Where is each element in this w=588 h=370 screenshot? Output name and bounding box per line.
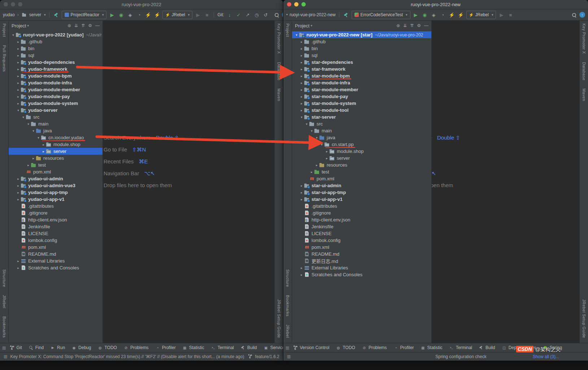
tree-row[interactable]: module.shop xyxy=(292,148,431,155)
zoom-icon[interactable] xyxy=(301,2,306,6)
chevron-icon[interactable] xyxy=(21,115,26,119)
tree-row[interactable]: star-framework xyxy=(292,66,431,72)
tree-row[interactable]: star-module-pay xyxy=(292,93,431,100)
chevron-icon[interactable] xyxy=(299,109,304,112)
tree-row[interactable]: star-module-member xyxy=(292,86,431,93)
chevron-icon[interactable] xyxy=(299,67,304,71)
tree-row[interactable]: src xyxy=(9,114,103,120)
git-commit-icon[interactable]: ✓ xyxy=(235,11,242,18)
bottom-tab[interactable]: Services xyxy=(261,344,283,351)
tool-window-button[interactable]: Key Promoter X xyxy=(582,23,586,54)
update-notification-icon[interactable]: ↑ xyxy=(282,12,283,18)
bottom-tab[interactable]: Run xyxy=(47,344,68,351)
tree-row[interactable]: yudao-module-pay xyxy=(9,93,103,100)
debug-button[interactable]: ◉ xyxy=(421,11,428,18)
run-config-select[interactable]: ErrorCodeServiceTest ▾ xyxy=(352,11,410,19)
locate-icon[interactable]: ⊕ xyxy=(396,23,400,28)
stop-icon[interactable]: ■ xyxy=(507,11,514,18)
rerun-icon[interactable]: ▶ xyxy=(194,11,201,18)
status-message[interactable]: Spring configuration check xyxy=(435,354,486,359)
tree-row[interactable]: java xyxy=(292,134,431,141)
tree-row[interactable]: ruoyi-vue-pro-2022-new [star] ~/Java/ruo… xyxy=(292,31,431,38)
tree-row[interactable]: .github xyxy=(9,38,103,45)
tree-row[interactable]: External Libraries xyxy=(9,257,103,264)
git-branch-name[interactable]: feature/1.6.2 xyxy=(255,354,279,359)
chevron-icon[interactable] xyxy=(11,33,16,37)
jrebel-select[interactable]: ⚡ JRebel ▾ xyxy=(466,11,496,19)
bottom-tab[interactable]: Version Control xyxy=(290,344,332,351)
chevron-icon[interactable] xyxy=(299,115,304,119)
debug-button[interactable]: ◉ xyxy=(117,11,125,18)
run-button[interactable]: ▶ xyxy=(108,11,116,18)
bottom-tab[interactable]: Debug xyxy=(69,344,94,351)
tool-windows-icon[interactable]: ▥ xyxy=(4,354,7,359)
expand-all-icon[interactable]: ⇊ xyxy=(74,23,78,28)
titlebar[interactable]: ruoyi-vue-pro-2022-new xyxy=(283,0,588,9)
project-panel-title[interactable]: Project xyxy=(295,23,309,28)
project-panel-title[interactable]: Project xyxy=(12,23,26,28)
chevron-icon[interactable] xyxy=(16,198,21,201)
tree-row[interactable]: star-dependencies xyxy=(292,59,431,66)
chevron-icon[interactable] xyxy=(16,74,21,78)
tree-row[interactable]: .gitattributes xyxy=(9,203,103,210)
chevron-icon[interactable] xyxy=(16,191,21,194)
tree-row[interactable]: LICENSE xyxy=(9,230,103,237)
chevron-icon[interactable] xyxy=(299,266,304,270)
chevron-icon[interactable] xyxy=(299,61,304,64)
chevron-icon[interactable] xyxy=(16,67,21,71)
tree-row[interactable]: star-ui-admin xyxy=(292,182,431,189)
tree-row[interactable]: .github xyxy=(292,38,431,45)
tree-row[interactable]: External Libraries xyxy=(292,264,431,271)
run-button[interactable]: ▶ xyxy=(412,11,419,18)
minimize-icon[interactable] xyxy=(11,2,15,6)
tree-row[interactable]: 更新日志.md xyxy=(292,257,431,264)
build-project-icon[interactable] xyxy=(53,11,60,18)
breadcrumb-item[interactable]: yudao xyxy=(3,12,15,17)
chevron-icon[interactable] xyxy=(294,33,299,37)
tool-windows-icon[interactable]: ▥ xyxy=(2,345,6,350)
chevron-icon[interactable] xyxy=(16,177,21,181)
chevron-icon[interactable] xyxy=(16,109,21,112)
panel-settings-icon[interactable]: ⚙ xyxy=(417,23,421,28)
tree-row[interactable]: server xyxy=(9,148,103,155)
close-icon[interactable] xyxy=(287,2,291,6)
tree-row[interactable]: .gitattributes xyxy=(292,203,431,210)
tree-row[interactable]: http-client.env.json xyxy=(292,216,431,223)
tool-window-button[interactable]: Maven xyxy=(277,88,281,101)
tree-row[interactable]: module.shop xyxy=(9,141,103,148)
chevron-icon[interactable] xyxy=(299,54,304,57)
jrebel-debug-icon[interactable]: ⚡ xyxy=(457,11,465,18)
tree-row[interactable]: main xyxy=(292,127,431,134)
locate-icon[interactable]: ⊕ xyxy=(67,23,71,28)
tree-row[interactable]: bin xyxy=(292,45,431,52)
tree-row[interactable]: star-ui-app-tmp xyxy=(292,189,431,196)
tool-window-button[interactable]: Structure xyxy=(286,269,290,287)
tree-row[interactable]: Jenkinsfile xyxy=(292,223,431,230)
tree-row[interactable]: star-module-infra xyxy=(292,79,431,86)
tree-row[interactable]: bin xyxy=(9,45,103,52)
chevron-icon[interactable] xyxy=(16,81,21,85)
bottom-tab[interactable]: Statistic xyxy=(418,344,445,351)
tree-row[interactable]: yudao-ui-admin xyxy=(9,175,103,182)
chevron-icon[interactable] xyxy=(299,81,304,85)
tree-row[interactable]: test xyxy=(292,168,431,175)
jrebel-select[interactable]: ⚡ JRebel ▾ xyxy=(162,11,192,19)
jrebel-debug-icon[interactable]: ⚡ xyxy=(153,11,161,18)
chevron-icon[interactable] xyxy=(299,47,304,50)
tree-row[interactable]: yudao-ui-app-tmp xyxy=(9,189,103,196)
tree-row[interactable]: README.md xyxy=(9,251,103,257)
tree-row[interactable]: resources xyxy=(292,162,431,168)
hide-panel-icon[interactable]: — xyxy=(424,23,428,28)
history-icon[interactable]: ◷ xyxy=(253,11,260,18)
tree-row[interactable]: resources xyxy=(9,155,103,162)
hide-panel-icon[interactable]: — xyxy=(95,23,100,28)
tool-window-button[interactable]: Bookmarks xyxy=(286,295,290,317)
tree-row[interactable]: main xyxy=(9,120,103,127)
collapse-all-icon[interactable]: ⇈ xyxy=(81,23,85,28)
bottom-tab[interactable]: TODO xyxy=(95,344,119,351)
chevron-icon[interactable] xyxy=(31,129,36,133)
tool-windows-icon[interactable]: ▥ xyxy=(286,345,289,350)
tree-row[interactable]: yudao-ui-admin-vue3 xyxy=(9,182,103,189)
chevron-icon[interactable] xyxy=(299,95,304,98)
tree-row[interactable]: yudao-framework xyxy=(9,66,103,72)
